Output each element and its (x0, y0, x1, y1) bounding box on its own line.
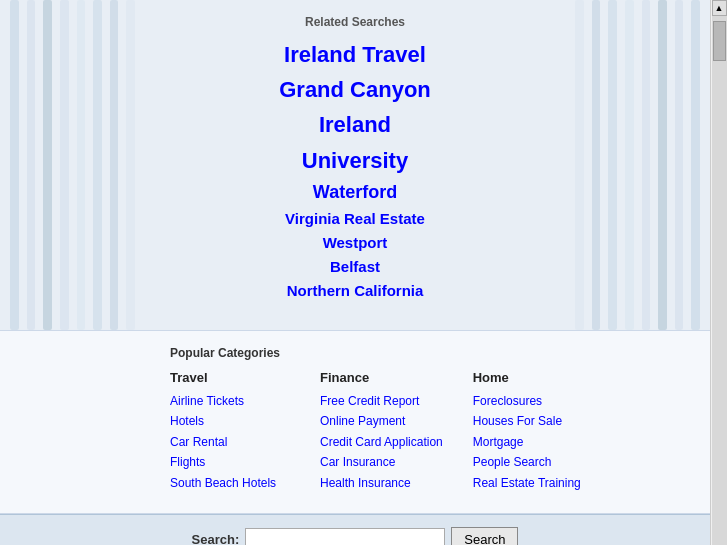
scrollbar: ▲ ▼ ▼ (710, 0, 727, 545)
center-links: Related Searches Ireland TravelGrand Can… (155, 10, 555, 308)
stripe (27, 0, 36, 330)
related-search-link[interactable]: Waterford (175, 178, 535, 207)
category-link[interactable]: Flights (170, 452, 290, 472)
related-search-link[interactable]: Northern California (175, 279, 535, 303)
stripe (60, 0, 69, 330)
category-link[interactable]: People Search (473, 452, 593, 472)
popular-categories-label: Popular Categories (170, 346, 690, 360)
related-search-link[interactable]: Westport (175, 231, 535, 255)
left-stripes (0, 0, 145, 330)
stripe (592, 0, 601, 330)
scrollbar-track[interactable] (712, 16, 727, 545)
stripe (675, 0, 684, 330)
stripe (608, 0, 617, 330)
category-link[interactable]: Hotels (170, 411, 290, 431)
scrollbar-thumb[interactable] (713, 21, 726, 61)
category-column: HomeForeclosuresHouses For SaleMortgageP… (473, 370, 593, 493)
stripe (126, 0, 135, 330)
category-header: Home (473, 370, 593, 385)
search-label: Search: (192, 532, 240, 545)
category-header: Travel (170, 370, 290, 385)
related-search-link[interactable]: Grand Canyon (175, 72, 535, 107)
category-header: Finance (320, 370, 443, 385)
scroll-up-arrow[interactable]: ▲ (712, 0, 727, 16)
stripe (43, 0, 52, 330)
stripe (93, 0, 102, 330)
search-links-list: Ireland TravelGrand CanyonIrelandUnivers… (175, 37, 535, 303)
category-link[interactable]: Airline Tickets (170, 391, 290, 411)
stripe (625, 0, 634, 330)
search-bar-section: Search: Search (0, 514, 710, 545)
stripe (691, 0, 700, 330)
related-searches-label: Related Searches (175, 15, 535, 29)
related-search-link[interactable]: Ireland Travel (175, 37, 535, 72)
stripe (642, 0, 651, 330)
category-link[interactable]: Credit Card Application (320, 432, 443, 452)
category-link[interactable]: Car Insurance (320, 452, 443, 472)
related-search-link[interactable]: Belfast (175, 255, 535, 279)
search-bar-inner: Search: Search (192, 527, 519, 545)
search-input[interactable] (245, 528, 445, 545)
category-link[interactable]: Car Rental (170, 432, 290, 452)
related-search-link[interactable]: Ireland (175, 107, 535, 142)
category-link[interactable]: South Beach Hotels (170, 473, 290, 493)
category-link[interactable]: Real Estate Training (473, 473, 593, 493)
category-link[interactable]: Online Payment (320, 411, 443, 431)
search-button[interactable]: Search (451, 527, 518, 545)
stripe (110, 0, 119, 330)
category-link[interactable]: Houses For Sale (473, 411, 593, 431)
right-stripes (565, 0, 710, 330)
category-column: TravelAirline TicketsHotelsCar RentalFli… (170, 370, 290, 493)
category-link[interactable]: Health Insurance (320, 473, 443, 493)
categories-grid: TravelAirline TicketsHotelsCar RentalFli… (170, 370, 690, 493)
related-search-link[interactable]: University (175, 143, 535, 178)
category-link[interactable]: Foreclosures (473, 391, 593, 411)
stripe (575, 0, 584, 330)
stripe (658, 0, 667, 330)
category-column: FinanceFree Credit ReportOnline PaymentC… (320, 370, 443, 493)
category-link[interactable]: Free Credit Report (320, 391, 443, 411)
categories-section: Popular Categories TravelAirline Tickets… (0, 330, 710, 514)
related-searches-section: Related Searches Ireland TravelGrand Can… (0, 0, 710, 330)
category-link[interactable]: Mortgage (473, 432, 593, 452)
stripe (10, 0, 19, 330)
stripe (77, 0, 86, 330)
related-search-link[interactable]: Virginia Real Estate (175, 207, 535, 231)
